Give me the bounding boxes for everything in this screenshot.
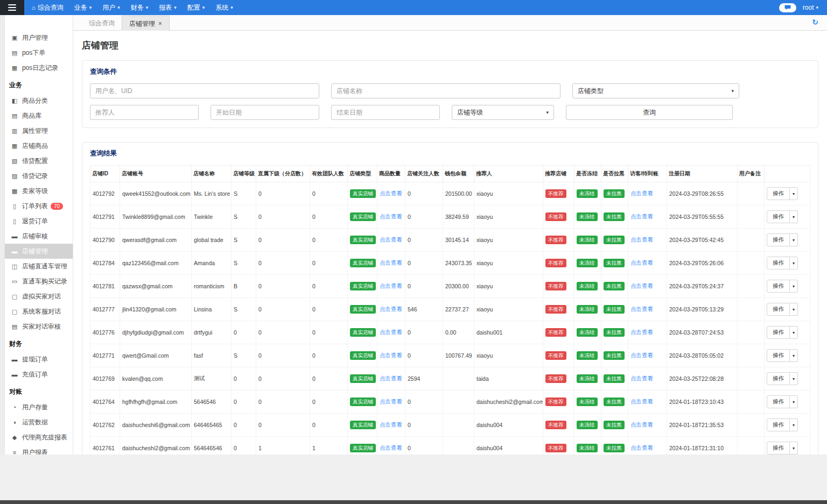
sidebar-item-agent-report[interactable]: ◆代理商充提报表 [5, 430, 73, 445]
visitors-view-link[interactable]: 点击查看 [630, 421, 653, 428]
visitors-view-link[interactable]: 点击查看 [630, 352, 653, 358]
action-dropdown-button[interactable]: ▾ [790, 442, 798, 455]
sidebar-item-recharge-orders[interactable]: ▬充值订单 [5, 367, 73, 382]
goods-view-link[interactable]: 点击查看 [380, 329, 402, 335]
sidebar-item-loan-records[interactable]: ▨借贷记录 [5, 168, 73, 183]
goods-view-link[interactable]: 点击查看 [380, 190, 402, 196]
start-date-input[interactable] [211, 105, 319, 120]
goods-view-link[interactable]: 点击查看 [380, 444, 402, 451]
visitors-view-link[interactable]: 点击查看 [630, 375, 653, 381]
sidebar-item-shop-train-management[interactable]: ◫店铺直通车管理 [5, 259, 73, 274]
goods-view-link[interactable]: 点击查看 [380, 421, 402, 428]
sidebar-item-product-category[interactable]: ◧商品分类 [5, 93, 73, 108]
action-dropdown-button[interactable]: ▾ [790, 326, 798, 339]
action-button[interactable]: 操作 [767, 418, 790, 431]
visitors-view-link[interactable]: 点击查看 [630, 236, 653, 243]
sidebar-item-pos-log[interactable]: ▦pos日志记录 [5, 60, 73, 75]
cell-type: 真实店铺 [348, 344, 377, 367]
shop-type-badge: 真实店铺 [350, 305, 376, 313]
action-dropdown-button[interactable]: ▾ [790, 418, 798, 431]
nav-item-system[interactable]: 系统▾ [210, 0, 239, 15]
action-button[interactable]: 操作 [767, 303, 790, 316]
user-uid-input[interactable] [90, 83, 319, 98]
sidebar-item-shop-management[interactable]: ▬店铺管理 [5, 244, 73, 259]
visitors-view-link[interactable]: 点击查看 [630, 190, 653, 196]
action-dropdown-button[interactable]: ▾ [790, 233, 798, 246]
sidebar-item-loan-config[interactable]: ▧借贷配置 [5, 153, 73, 168]
nav-item-finance[interactable]: 财务▾ [125, 0, 154, 15]
sidebar-item-attribute-management[interactable]: ▥属性管理 [5, 123, 73, 138]
sidebar-item-order-list[interactable]: ▯订单列表70 [5, 198, 73, 214]
action-button[interactable]: 操作 [767, 233, 790, 246]
action-dropdown-button[interactable]: ▾ [790, 303, 798, 316]
action-dropdown-button[interactable]: ▾ [790, 187, 798, 200]
user-menu[interactable]: root ▾ [803, 4, 827, 11]
close-icon[interactable]: × [158, 17, 162, 31]
action-button[interactable]: 操作 [767, 280, 790, 293]
sidebar-item-train-purchase-records[interactable]: ▭直通车购买记录 [5, 274, 73, 289]
sidebar-item-buyer-chat-audit[interactable]: ▤买家对话审核 [5, 319, 73, 334]
goods-view-link[interactable]: 点击查看 [380, 352, 402, 358]
visitors-view-link[interactable]: 点击查看 [630, 213, 653, 219]
nav-item-business[interactable]: 业务▾ [69, 0, 97, 15]
sidebar-scroll-track[interactable] [0, 15, 5, 455]
goods-view-link[interactable]: 点击查看 [380, 236, 402, 243]
sidebar-item-shop-audit[interactable]: ▬店铺审核 [5, 229, 73, 244]
nav-item-reports[interactable]: 报表▾ [153, 0, 182, 15]
visitors-view-link[interactable]: 点击查看 [630, 329, 653, 335]
nav-item-users[interactable]: 用户▾ [97, 0, 125, 15]
goods-view-link[interactable]: 点击查看 [380, 282, 402, 289]
sidebar-item-shop-products[interactable]: ▦店铺商品 [5, 138, 73, 153]
sidebar-item-pos-order[interactable]: ▤pos下单 [5, 45, 73, 60]
sidebar-item-return-orders[interactable]: ▯退货订单 [5, 214, 73, 229]
refresh-icon[interactable]: ↻ [812, 18, 818, 26]
nav-item-overview[interactable]: ⌂综合查询 [26, 0, 69, 15]
cell-remark [738, 252, 765, 275]
sidebar-item-virtual-buyer-chat[interactable]: ▢虚拟买家对话 [5, 289, 73, 304]
sidebar-item-user-management[interactable]: ▣用户管理 [5, 30, 73, 45]
action-dropdown-button[interactable]: ▾ [790, 395, 798, 408]
sidebar-item-seller-level[interactable]: ▩卖家等级 [5, 183, 73, 198]
visitors-view-link[interactable]: 点击查看 [630, 306, 653, 312]
action-dropdown-button[interactable]: ▾ [790, 257, 798, 269]
end-date-input[interactable] [331, 105, 440, 120]
action-button[interactable]: 操作 [767, 210, 790, 223]
visitors-view-link[interactable]: 点击查看 [630, 444, 653, 451]
sidebar-item-product-library[interactable]: ▤商品库 [5, 108, 73, 123]
action-button[interactable]: 操作 [767, 349, 790, 362]
column-header: 推荐店铺 [543, 166, 574, 182]
sidebar-item-user-report[interactable]: ≡用户报表 [5, 445, 73, 455]
goods-view-link[interactable]: 点击查看 [380, 306, 402, 312]
tab-overview[interactable]: 综合查询 [82, 16, 122, 30]
action-dropdown-button[interactable]: ▾ [790, 210, 798, 223]
action-dropdown-button[interactable]: ▾ [790, 372, 798, 385]
sidebar-item-user-stock[interactable]: ◔用户存量 [5, 400, 73, 415]
action-button[interactable]: 操作 [767, 326, 790, 339]
action-dropdown-button[interactable]: ▾ [790, 349, 798, 362]
referrer-input[interactable] [90, 105, 199, 120]
sidebar-item-withdraw-orders[interactable]: ▬提现订单 [5, 352, 73, 367]
goods-view-link[interactable]: 点击查看 [380, 259, 402, 266]
goods-view-link[interactable]: 点击查看 [380, 375, 402, 381]
menu-toggle-button[interactable] [0, 0, 24, 15]
visitors-view-link[interactable]: 点击查看 [630, 398, 653, 404]
action-button[interactable]: 操作 [767, 372, 790, 385]
tab-shop-management[interactable]: 店铺管理× [122, 16, 170, 31]
messages-button[interactable] [779, 3, 796, 12]
goods-view-link[interactable]: 点击查看 [380, 398, 402, 404]
visitors-view-link[interactable]: 点击查看 [630, 259, 653, 266]
search-button[interactable]: 查询 [566, 105, 733, 120]
goods-view-link[interactable]: 点击查看 [380, 213, 402, 219]
nav-item-config[interactable]: 配置▾ [182, 0, 211, 15]
action-button[interactable]: 操作 [767, 187, 790, 200]
shop-level-select[interactable]: 店铺等级 ▾ [452, 105, 554, 120]
action-button[interactable]: 操作 [767, 395, 790, 408]
action-button[interactable]: 操作 [767, 442, 790, 455]
shop-name-input[interactable] [331, 83, 560, 98]
shop-type-select[interactable]: 店铺类型 ▾ [572, 83, 739, 98]
action-dropdown-button[interactable]: ▾ [790, 280, 798, 293]
action-button[interactable]: 操作 [767, 257, 790, 269]
visitors-view-link[interactable]: 点击查看 [630, 282, 653, 289]
sidebar-item-operation-data[interactable]: ◑运营数据 [5, 415, 73, 430]
sidebar-item-system-service-chat[interactable]: ▢系统客服对话 [5, 304, 73, 319]
